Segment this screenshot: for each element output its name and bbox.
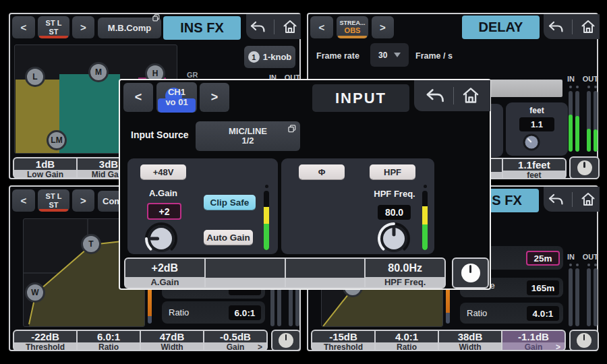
again-value-box[interactable]: +2 (147, 203, 181, 220)
cell-label: Gain (525, 342, 543, 351)
copy-icon (288, 125, 296, 133)
again-value-text: +2 (159, 206, 170, 217)
touch-knob-box[interactable] (271, 330, 301, 351)
ratio-value-box[interactable]: 6.0:1 (229, 305, 261, 320)
param-cell[interactable]: 1.1feet feet (502, 159, 565, 178)
cell-value: 1.1feet (518, 159, 550, 171)
one-knob-button[interactable]: 1 1-knob (244, 46, 295, 68)
param-cell[interactable]: +2dB A.Gain (125, 259, 204, 287)
chevron-right-icon: > (380, 22, 386, 33)
more-params-arrow[interactable]: > (258, 342, 262, 351)
undo-icon[interactable] (548, 21, 564, 33)
width-knob[interactable]: W (25, 282, 45, 303)
param-cell[interactable]: 1dB Low Gain (14, 158, 76, 177)
cell-label: Low Gain (27, 170, 63, 179)
ratio-value-box[interactable]: 4.0:1 (527, 306, 559, 321)
again-knob[interactable] (145, 222, 177, 255)
copy-icon (152, 14, 160, 22)
ratio-label: Ratio (467, 308, 487, 318)
next-channel-button[interactable]: > (372, 16, 394, 38)
meter-bar (594, 91, 598, 152)
undo-icon[interactable] (250, 21, 266, 33)
prev-channel-button[interactable]: < (12, 189, 35, 212)
next-channel-button[interactable]: > (72, 16, 94, 38)
io-meters (569, 91, 598, 152)
ratio-row: Ratio 4.0:1 (460, 303, 563, 324)
out-label: OUT (583, 253, 598, 261)
prev-channel-button[interactable]: < (310, 16, 333, 38)
ratio-value-text: 4.0:1 (533, 309, 554, 319)
cell-label: feet (527, 171, 541, 179)
channel-select-button[interactable]: ST L ST (38, 16, 69, 38)
band-knob-m[interactable]: M (88, 62, 109, 82)
in-label: IN (567, 253, 575, 261)
attack-value-box[interactable]: 25m (526, 251, 560, 266)
clip-led (424, 185, 427, 188)
feet-value-text: 1.1 (531, 119, 543, 129)
feet-knob[interactable] (523, 133, 540, 151)
param-cell[interactable]: -22dB Threshold (14, 331, 76, 350)
band-knob-lm-label: LM (51, 135, 62, 145)
band-knob-lm[interactable]: LM (47, 130, 67, 150)
process-library-button[interactable]: M.B.Comp (98, 18, 161, 38)
frame-rate-unit: Frame / s (415, 51, 453, 61)
frame-rate-dropdown[interactable]: 30 (370, 43, 409, 67)
param-cell[interactable] (285, 259, 365, 287)
home-icon[interactable] (581, 192, 596, 207)
meter-bar (575, 91, 579, 152)
prev-channel-button[interactable]: < (123, 83, 153, 112)
channel-select-button[interactable]: STREA... OBS (337, 16, 368, 38)
cell-label: Width (161, 342, 183, 351)
channel-select-button[interactable]: ST L ST (38, 189, 69, 212)
prev-channel-button[interactable]: < (12, 16, 35, 38)
param-cell[interactable]: 47dB Width (140, 331, 203, 350)
next-channel-button[interactable]: > (72, 189, 94, 212)
home-icon[interactable] (462, 87, 480, 104)
release-value-box[interactable]: 165m (527, 280, 559, 295)
undo-icon[interactable] (548, 193, 564, 206)
auto-gain-button[interactable]: Auto Gain (204, 230, 253, 245)
hpf-freq-knob[interactable] (378, 222, 410, 255)
input-source-button[interactable]: MIC/LINE 1/2 (196, 121, 300, 151)
more-params-arrow[interactable]: > (556, 342, 560, 351)
touch-knob-box[interactable] (569, 330, 599, 351)
channel-select-button[interactable]: CH1 vo 01 (156, 82, 197, 113)
feet-value[interactable]: 1.1 (519, 117, 554, 131)
phase-button[interactable]: Φ (299, 164, 345, 179)
threshold-knob[interactable]: T (81, 234, 101, 254)
param-cell[interactable]: 6.0:1 Ratio (76, 331, 140, 350)
ratio-value-text: 6.0:1 (235, 308, 256, 318)
param-cell[interactable]: -15dB Threshold (312, 331, 374, 350)
meter-bar (594, 268, 598, 326)
param-cell[interactable]: 4.0:1 Ratio (374, 331, 438, 350)
nav-divider (572, 192, 573, 207)
hpf-button[interactable]: HPF (370, 164, 415, 179)
hpf-freq-label: HPF Freq. (361, 189, 428, 199)
next-channel-button[interactable]: > (200, 83, 229, 112)
phantom-48v-button[interactable]: +48V (140, 164, 186, 179)
param-cell[interactable]: -0.5dB Gain > (203, 331, 266, 350)
meter-bar (569, 268, 573, 326)
clip-safe-button[interactable]: Clip Safe (204, 195, 256, 210)
chevron-right-icon: > (211, 90, 219, 104)
param-cell[interactable]: 38dB Width (438, 331, 501, 350)
touch-knob-box[interactable] (452, 257, 489, 289)
param-cell[interactable]: 80.0Hz HPF Freq. (364, 259, 444, 287)
home-icon[interactable] (581, 20, 596, 34)
home-icon[interactable] (283, 20, 297, 34)
dialog-title-text: INPUT (335, 90, 386, 107)
meter-labels: IN OUT (567, 253, 598, 261)
hpf-freq-value-box[interactable]: 80.0 (378, 205, 411, 220)
one-knob-label: 1-knob (263, 52, 292, 62)
feet-label: feet (506, 106, 568, 115)
chevron-right-icon: > (80, 22, 86, 33)
param-cell[interactable] (204, 259, 285, 287)
band-knob-l-label: L (32, 72, 37, 82)
param-cell-gain[interactable]: -1.1dB Gain > (501, 331, 565, 350)
io-meters (569, 268, 598, 326)
undo-icon[interactable] (425, 88, 445, 103)
screen-title-text: INS FX (180, 20, 223, 36)
touch-knob-box[interactable] (569, 156, 600, 179)
nav-divider (453, 87, 454, 104)
band-knob-l[interactable]: L (25, 67, 45, 87)
